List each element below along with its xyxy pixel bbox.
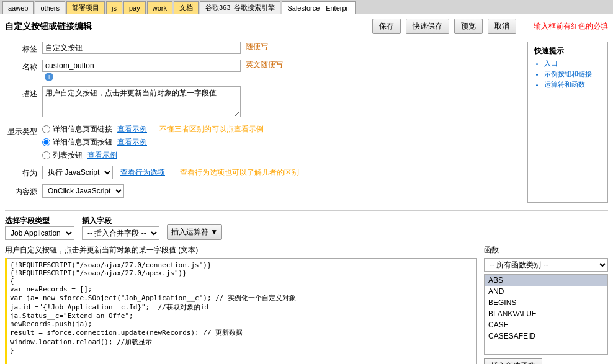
action-field-label: 行为 (5, 166, 42, 179)
tab-doc[interactable]: 文档 (174, 1, 199, 14)
tab-deploy[interactable]: 部署项目 (66, 1, 105, 14)
required-hint: 输入框前有红色的必填 (534, 21, 608, 32)
action-select[interactable]: 执行 JavaScript (42, 166, 113, 179)
cancel-button[interactable]: 取消 (488, 19, 516, 34)
display-type-radios: 详细信息页面链接 查看示例 详细信息页面按钮 查看示例 列表按钮 查看示例 (42, 124, 147, 161)
field-type-group: 选择字段类型 Job Application (5, 216, 74, 240)
code-textarea[interactable]: {!REQUIRESCRIPT("/soap/ajax/27.0/connect… (7, 258, 477, 364)
tab-js[interactable]: js (106, 1, 122, 14)
radio-list: 列表按钮 查看示例 (42, 150, 147, 161)
insert-operator-button[interactable]: 插入运算符 ▼ (167, 224, 222, 240)
name-input[interactable] (42, 60, 241, 72)
page-title: 自定义按钮或链接编辑 (5, 21, 367, 32)
desc-textarea[interactable]: 用户自定义按钮，点击并更新当前对象的某一字段值 (42, 86, 241, 117)
radio-link-example[interactable]: 查看示例 (117, 124, 147, 135)
action-link[interactable]: 查看行为选项 (120, 167, 165, 178)
code-left: 用户自定义按钮，点击并更新当前对象的某一字段值 (文本) = {!REQUIRE… (5, 245, 477, 364)
quick-tips-list: 入口 示例按钮和链接 运算符和函数 (534, 59, 601, 89)
page-header: 自定义按钮或链接编辑 保存 快速保存 预览 取消 输入框前有红色的必填 (5, 19, 608, 34)
insert-field-group: 插入字段 -- 插入合并字段 -- (82, 216, 159, 240)
content-select[interactable]: OnClick JavaScript (42, 184, 124, 198)
name-field-label: 名称 (5, 60, 42, 73)
func-item-case[interactable]: CASE (485, 319, 607, 331)
code-area-container: 用户自定义按钮，点击并更新当前对象的某一字段值 (文本) = {!REQUIRE… (5, 245, 608, 364)
radio-button-label: 详细信息页面按钮 (53, 137, 112, 148)
action-hint: 查看行为选项也可以了解几者的区别 (180, 167, 299, 178)
insert-operator-group: 插入运算符 ▼ (167, 224, 222, 240)
quick-save-button[interactable]: 快速保存 (406, 19, 449, 34)
desc-row: 描述 用户自定义按钮，点击并更新当前对象的某一字段值 (5, 86, 517, 119)
page: 自定义按钮或链接编辑 保存 快速保存 预览 取消 输入框前有红色的必填 标签 随… (0, 14, 613, 364)
radio-button-example[interactable]: 查看示例 (117, 137, 147, 148)
quick-tips-item-0[interactable]: 入口 (544, 59, 601, 68)
label-input[interactable] (42, 42, 241, 54)
radio-link-label: 详细信息页面链接 (53, 124, 112, 135)
radio-list-input[interactable] (42, 151, 50, 159)
tab-aaweb[interactable]: aaweb (2, 1, 34, 14)
display-type-label: 显示类型 (5, 124, 42, 137)
label-hint: 随便写 (246, 42, 268, 52)
content-row: 内容源 OnClick JavaScript (5, 184, 517, 198)
quick-tips-title: 快速提示 (534, 46, 601, 56)
save-button[interactable]: 保存 (372, 19, 401, 34)
label-field-label: 标签 (5, 42, 42, 55)
radio-button-input[interactable] (42, 138, 50, 146)
preview-button[interactable]: 预览 (454, 19, 483, 34)
func-item-and[interactable]: AND (485, 286, 607, 297)
func-category-select[interactable]: -- 所有函数类别 -- (484, 258, 608, 272)
field-type-label: 选择字段类型 (5, 216, 74, 226)
func-item-abs[interactable]: ABS (485, 275, 607, 286)
name-row: 名称 i 英文随便写 (5, 60, 517, 81)
code-label: 用户自定义按钮，点击并更新当前对象的某一字段值 (文本) = (5, 245, 477, 255)
insert-func-button[interactable]: 插入所选函数 (484, 358, 542, 364)
func-list: ABS AND BEGINS BLANKVALUE CASE CASESAFEI… (484, 274, 608, 355)
func-item-begins[interactable]: BEGINS (485, 297, 607, 308)
func-item-casesafeid[interactable]: CASESAFEID (485, 331, 607, 342)
code-right: 函数 -- 所有函数类别 -- ABS AND BEGINS BLANKVALU… (484, 245, 608, 364)
display-hint: 不懂三者区别的可以点查看示例 (159, 124, 264, 135)
radio-list-label: 列表按钮 (53, 150, 83, 161)
name-control: i (42, 60, 241, 81)
code-textarea-wrapper: {!REQUIRESCRIPT("/soap/ajax/27.0/connect… (5, 258, 477, 364)
desc-control: 用户自定义按钮，点击并更新当前对象的某一字段值 (42, 86, 241, 119)
insert-field-select[interactable]: -- 插入合并字段 -- (82, 226, 159, 240)
form-main: 标签 随便写 名称 i 英文随便写 描述 用户自定义按钮，点击并更新当前对 (5, 42, 517, 203)
func-item-blankvalue[interactable]: BLANKVALUE (485, 308, 607, 319)
tab-pay[interactable]: pay (123, 1, 146, 14)
info-icon[interactable]: i (45, 73, 53, 81)
tab-work[interactable]: work (147, 1, 172, 14)
field-type-select[interactable]: Job Application (5, 226, 74, 240)
action-row: 行为 执行 JavaScript 查看行为选项 查看行为选项也可以了解几者的区别 (5, 166, 517, 179)
insert-field-label: 插入字段 (82, 216, 159, 226)
label-control (42, 42, 241, 54)
tab-others[interactable]: others (35, 1, 65, 14)
field-selector-row: 选择字段类型 Job Application 插入字段 -- 插入合并字段 --… (5, 216, 608, 240)
quick-tips-item-1[interactable]: 示例按钮和链接 (544, 69, 601, 79)
desc-field-label: 描述 (5, 86, 42, 99)
radio-link-input[interactable] (42, 125, 50, 133)
tab-salesforce[interactable]: Salesforce - Enterpri (282, 1, 355, 14)
radio-link: 详细信息页面链接 查看示例 (42, 124, 147, 135)
name-hint: 英文随便写 (246, 60, 283, 70)
display-type-row: 显示类型 详细信息页面链接 查看示例 详细信息页面按钮 查看示例 列表按钮 (5, 124, 517, 161)
action-controls: 执行 JavaScript 查看行为选项 查看行为选项也可以了解几者的区别 (42, 166, 299, 179)
bottom-section: 选择字段类型 Job Application 插入字段 -- 插入合并字段 --… (5, 210, 608, 364)
label-row: 标签 随便写 (5, 42, 517, 55)
quick-tips: 快速提示 入口 示例按钮和链接 运算符和函数 (527, 42, 608, 203)
radio-list-example[interactable]: 查看示例 (87, 150, 117, 161)
tab-google[interactable]: 谷歌363_谷歌搜索引擎 (200, 1, 280, 14)
func-label: 函数 (484, 245, 608, 255)
quick-tips-item-2[interactable]: 运算符和函数 (544, 80, 601, 89)
browser-tabs: aaweb others 部署项目 js pay work 文档 谷歌363_谷… (0, 0, 613, 14)
content-field-label: 内容源 (5, 184, 42, 197)
form-section: 标签 随便写 名称 i 英文随便写 描述 用户自定义按钮，点击并更新当前对 (5, 42, 608, 203)
radio-button: 详细信息页面按钮 查看示例 (42, 137, 147, 148)
